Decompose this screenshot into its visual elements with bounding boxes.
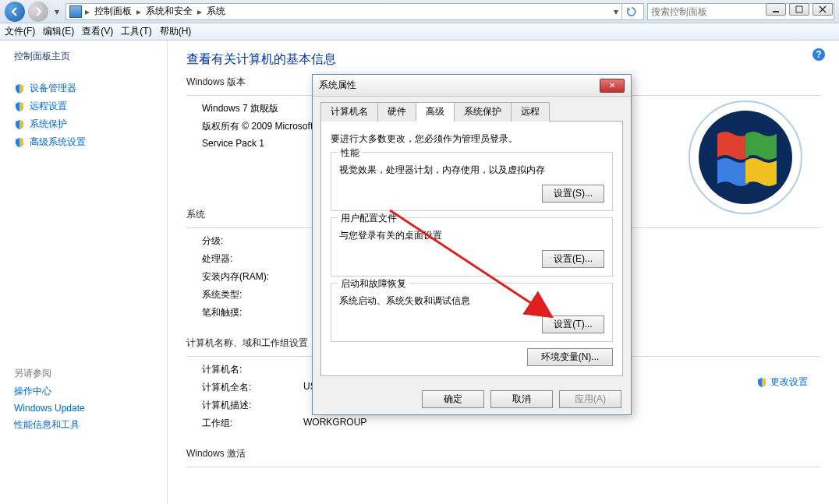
tab-remote[interactable]: 远程 <box>511 102 550 122</box>
breadcrumb-seg-1[interactable]: 系统和安全 <box>144 5 194 18</box>
group-startup-desc: 系统启动、系统失败和调试信息 <box>339 294 604 308</box>
shield-icon <box>14 137 25 148</box>
menu-edit[interactable]: 编辑(E) <box>43 25 74 38</box>
refresh-button[interactable] <box>621 3 640 20</box>
change-settings-label: 更改设置 <box>770 375 808 389</box>
sidebar-link-label: 设备管理器 <box>30 82 76 95</box>
page-title: 查看有关计算机的基本信息 <box>186 51 820 68</box>
windows-logo <box>683 95 808 220</box>
group-performance: 性能 视觉效果，处理器计划，内存使用，以及虚拟内存 设置(S)... <box>331 152 613 211</box>
chevron-right-icon: ▸ <box>85 6 90 17</box>
full-name-label: 计算机全名: <box>202 381 303 394</box>
group-user-profiles-title: 用户配置文件 <box>338 212 400 225</box>
see-also-action-center[interactable]: 操作中心 <box>14 385 159 398</box>
menubar: 文件(F) 编辑(E) 查看(V) 工具(T) 帮助(H) <box>0 23 839 41</box>
dialog-title: 系统属性 <box>319 79 356 92</box>
see-also-title: 另请参阅 <box>14 367 159 380</box>
group-startup-title: 启动和故障恢复 <box>338 277 409 291</box>
tab-hardware[interactable]: 硬件 <box>377 102 416 122</box>
dialog-tabs: 计算机名 硬件 高级 系统保护 远程 <box>320 101 623 122</box>
nav-back-button[interactable] <box>5 2 25 22</box>
admin-intro: 要进行大多数更改，您必须作为管理员登录。 <box>331 132 613 146</box>
sidebar-link-advanced[interactable]: 高级系统设置 <box>14 136 159 149</box>
group-performance-desc: 视觉效果，处理器计划，内存使用，以及虚拟内存 <box>339 164 604 177</box>
shield-icon <box>756 377 767 388</box>
breadcrumb-seg-2[interactable]: 系统 <box>205 5 227 18</box>
cancel-button[interactable]: 取消 <box>490 390 553 408</box>
dialog-footer: 确定 取消 应用(A) <box>313 384 631 414</box>
pen-label: 笔和触摸: <box>202 306 303 319</box>
dialog-close-button[interactable]: ✕ <box>600 79 625 93</box>
sidebar-link-remote[interactable]: 远程设置 <box>14 100 159 113</box>
systype-label: 系统类型: <box>202 288 303 301</box>
divider <box>186 467 820 467</box>
sidebar-link-label: 系统保护 <box>30 118 67 131</box>
change-settings-link[interactable]: 更改设置 <box>756 375 808 389</box>
edition-name: Windows 7 旗舰版 <box>202 102 278 115</box>
group-user-profiles-desc: 与您登录有关的桌面设置 <box>339 229 604 242</box>
breadcrumb-seg-0[interactable]: 控制面板 <box>93 5 133 18</box>
chevron-right-icon: ▸ <box>197 6 202 17</box>
system-properties-dialog: 系统属性 ✕ 计算机名 硬件 高级 系统保护 远程 要进行大多数更改，您必须作为… <box>312 74 632 415</box>
sidebar: 控制面板主页 设备管理器 远程设置 系统保护 高级系统设置 另请参阅 操作中心 … <box>0 41 168 504</box>
address-bar[interactable]: ▸ 控制面板 ▸ 系统和安全 ▸ 系统 ▾ <box>65 3 644 20</box>
shield-icon <box>14 101 25 112</box>
startup-settings-button[interactable]: 设置(T)... <box>542 315 604 333</box>
close-button[interactable] <box>812 3 833 16</box>
chevron-down-icon[interactable]: ▾ <box>614 6 618 17</box>
titlebar: ▾ ▸ 控制面板 ▸ 系统和安全 ▸ 系统 ▾ <box>0 0 839 23</box>
control-panel-icon <box>69 5 82 18</box>
menu-view[interactable]: 查看(V) <box>82 25 113 38</box>
sidebar-title[interactable]: 控制面板主页 <box>14 50 159 63</box>
chevron-right-icon: ▸ <box>136 6 141 17</box>
see-also: 另请参阅 操作中心 Windows Update 性能信息和工具 <box>14 367 159 432</box>
dialog-body: 计算机名 硬件 高级 系统保护 远程 要进行大多数更改，您必须作为管理员登录。 … <box>313 97 631 384</box>
sidebar-link-label: 高级系统设置 <box>30 136 86 149</box>
apply-button[interactable]: 应用(A) <box>559 390 621 408</box>
menu-help[interactable]: 帮助(H) <box>160 25 192 38</box>
see-also-performance[interactable]: 性能信息和工具 <box>14 418 159 432</box>
see-also-windows-update[interactable]: Windows Update <box>14 403 159 414</box>
computer-name-label: 计算机名: <box>202 363 303 376</box>
tab-advanced[interactable]: 高级 <box>416 102 455 122</box>
environment-variables-button[interactable]: 环境变量(N)... <box>527 348 613 366</box>
ok-button[interactable]: 确定 <box>422 390 484 408</box>
performance-settings-button[interactable]: 设置(S)... <box>542 185 604 203</box>
window-controls <box>759 0 839 19</box>
nav-forward-button[interactable] <box>28 2 48 22</box>
svg-rect-1 <box>796 6 802 12</box>
group-startup-recovery: 启动和故障恢复 系统启动、系统失败和调试信息 设置(T)... <box>331 283 613 342</box>
help-icon[interactable]: ? <box>812 48 825 61</box>
group-user-profiles: 用户配置文件 与您登录有关的桌面设置 设置(E)... <box>331 217 613 277</box>
copyright: 版权所有 © 2009 Microsoft <box>202 120 313 133</box>
tab-panel-advanced: 要进行大多数更改，您必须作为管理员登录。 性能 视觉效果，处理器计划，内存使用，… <box>320 122 623 376</box>
maximize-button[interactable] <box>789 3 809 16</box>
minimize-button[interactable] <box>766 3 786 16</box>
shield-icon <box>14 83 25 94</box>
menu-tools[interactable]: 工具(T) <box>121 25 151 38</box>
shield-icon <box>14 119 25 130</box>
menu-file[interactable]: 文件(F) <box>5 25 35 38</box>
desc-label: 计算机描述: <box>202 399 303 412</box>
tab-computer-name[interactable]: 计算机名 <box>320 102 378 122</box>
user-profiles-settings-button[interactable]: 设置(E)... <box>542 250 604 268</box>
dialog-titlebar[interactable]: 系统属性 ✕ <box>313 75 631 97</box>
sidebar-link-device-manager[interactable]: 设备管理器 <box>14 82 159 95</box>
nav-history-dropdown[interactable]: ▾ <box>51 2 62 22</box>
sidebar-link-protection[interactable]: 系统保护 <box>14 118 159 131</box>
processor-label: 处理器: <box>202 252 303 266</box>
sidebar-link-label: 远程设置 <box>30 100 67 113</box>
group-performance-title: 性能 <box>338 146 363 160</box>
workgroup-label: 工作组: <box>202 417 303 430</box>
tab-system-protection[interactable]: 系统保护 <box>454 102 512 122</box>
rating-label: 分级: <box>202 234 303 248</box>
activation-header: Windows 激活 <box>186 447 820 460</box>
ram-label: 安装内存(RAM): <box>202 270 303 284</box>
workgroup-value: WORKGROUP <box>303 417 366 430</box>
service-pack: Service Pack 1 <box>202 138 264 149</box>
